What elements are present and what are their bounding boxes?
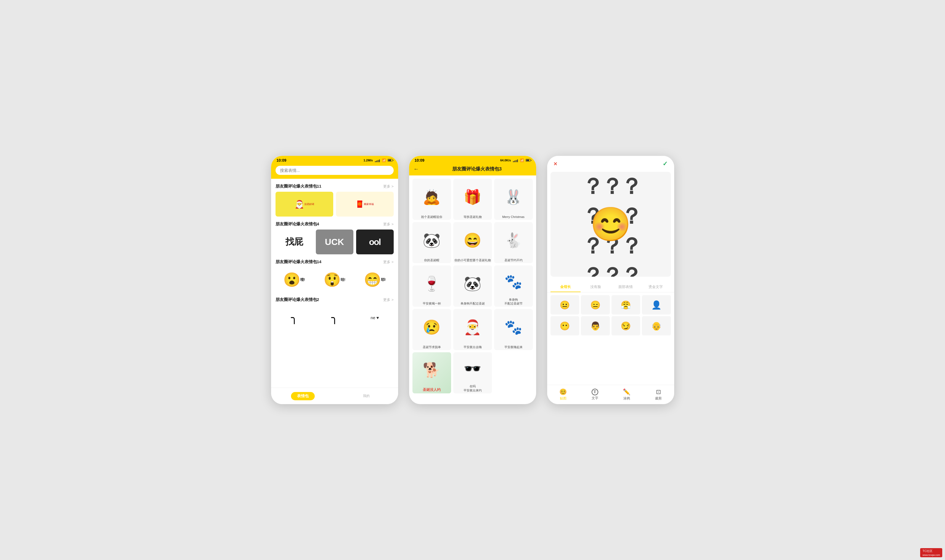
crop-tool-label: 裁剪 — [655, 396, 662, 401]
tool-text[interactable]: T 文字 — [592, 389, 598, 400]
sticker-cell-7[interactable]: 🍷 平安夜喝一杯 — [412, 265, 451, 306]
pack-more-4[interactable]: 更多 > — [383, 297, 393, 302]
sticker-cell-4[interactable]: 🐼 你的圣诞帽 — [412, 222, 451, 263]
sticker-cell-10[interactable]: 😢 圣诞节求脱单 — [412, 309, 451, 350]
pack-img-1-2[interactable]: 🧧 阖家幸福 — [336, 192, 394, 217]
sticker-label-3: Merry Christmas — [502, 215, 524, 219]
sticker-cell-14[interactable]: 🕶️ 在吗平安夜出来约 — [453, 352, 492, 393]
pack-title-4: 朋友圈评论爆火表情包2 — [276, 297, 319, 302]
sticker-label-7: 平安夜喝一杯 — [423, 302, 441, 305]
sticker-cell-6[interactable]: 🐇 圣诞节约不约 — [494, 222, 533, 263]
status-icons-2: 64.0K/s 📶 — [500, 158, 530, 162]
text-tool-icon: T — [592, 389, 598, 395]
top-bar-3: × ✓ — [547, 156, 674, 172]
thumb-3[interactable]: 😤 — [612, 295, 640, 314]
thumb-7[interactable]: 😏 — [612, 316, 640, 335]
wifi-icon-2: 📶 — [520, 158, 524, 162]
pack-header-1: 朋友圈评论爆火表情包11 更多 > — [276, 184, 394, 189]
sticker-cell-5[interactable]: 😄 你的小可爱想要个圣诞礼物 — [453, 222, 492, 263]
sticker-cell-13[interactable]: 🐕 圣诞没人约 — [412, 352, 451, 393]
status-bar-2: 10:09 64.0K/s 📶 — [409, 156, 536, 164]
sticker-img-13: 🐕 — [413, 354, 450, 386]
bottom-tools-3: 😊 贴图 T 文字 ✏️ 涂鸦 ⊡ 裁剪 — [547, 385, 674, 404]
thumb-4[interactable]: 👤 — [642, 295, 671, 314]
text-tool-label: 文字 — [592, 396, 598, 400]
pack-more-1[interactable]: 更多 > — [383, 184, 393, 189]
battery-icon-1 — [388, 159, 393, 162]
tab-jinguanzhang[interactable]: 金馆长 — [550, 282, 581, 292]
sticker-placeholder — [494, 352, 533, 393]
pack-img-2-2[interactable]: UCK — [316, 229, 353, 254]
sticker-cell-1[interactable]: 🙇 祝个圣诞帽送你 — [412, 179, 451, 220]
smiley-face-sticker[interactable]: 😊 — [590, 205, 631, 244]
sticker-img-12: 🐾 — [495, 311, 532, 344]
sticker-img-9: 🐾 — [495, 267, 532, 297]
crop-tool-icon: ⊡ — [656, 388, 661, 395]
sticker-thumb-grid-3: 😐 😑 😤 👤 😶 👨 😏 👴 — [547, 292, 674, 338]
sticker-cell-8[interactable]: 🐼 单身狗不配过圣诞 — [453, 265, 492, 306]
pack-section-4: 朋友圈评论爆火表情包2 更多 > ╮ ╮ ne ♥ — [276, 297, 394, 330]
pack-more-3[interactable]: 更多 > — [383, 260, 393, 265]
sticker-label-10: 圣诞节求脱单 — [423, 345, 441, 349]
tab-meiyoulian[interactable]: 没有脸 — [581, 282, 610, 292]
search-input[interactable] — [276, 166, 394, 175]
draw-tool-icon: ✏️ — [623, 388, 630, 395]
sticker-label-1: 祝个圣诞帽送你 — [421, 215, 442, 219]
pack-img-4-2[interactable]: ╮ — [316, 305, 353, 330]
pack-img-2-1[interactable]: 找屁 — [276, 229, 313, 254]
thumb-1[interactable]: 😐 — [550, 295, 580, 314]
phone-3: × ✓ ？？？？？？？？？？？？？？？ 😊 金馆长 没有脸 面部表情 烫金文字 … — [547, 156, 674, 404]
watermark: TC社区 www.tcsqw.com — [920, 548, 942, 557]
thumb-2[interactable]: 😑 — [581, 295, 610, 314]
sticker-pack-btn[interactable]: 表情包 — [291, 392, 315, 400]
thumb-5[interactable]: 😶 — [550, 316, 580, 335]
close-button-3[interactable]: × — [554, 160, 557, 168]
pack-img-4-3[interactable]: ne ♥ — [356, 305, 394, 330]
thumb-6[interactable]: 👨 — [581, 316, 610, 335]
signal-icon-2 — [513, 158, 518, 162]
sticker-img-7: 🍷 — [413, 267, 450, 300]
sticker-img-5: 😄 — [455, 224, 491, 257]
search-bar-wrap — [271, 164, 398, 179]
tab-tangjinwenzi[interactable]: 烫金文字 — [641, 282, 671, 292]
pack-more-2[interactable]: 更多 > — [383, 222, 393, 227]
pack-img-2-3[interactable]: ool — [356, 229, 394, 254]
sticker-cell-11[interactable]: 🎅 平安夜出去嗨 — [453, 309, 492, 350]
confirm-button-3[interactable]: ✓ — [663, 160, 668, 168]
pack-img-3-2[interactable]: 😲 哇! — [316, 267, 353, 292]
sticker-img-3: 🐰 — [495, 180, 532, 214]
sticker-label-11: 平安夜出去嗨 — [464, 345, 482, 349]
sticker-label-4: 你的圣诞帽 — [424, 258, 439, 262]
sticker-label-14: 在吗平安夜出来约 — [464, 384, 482, 392]
phone-1: 10:09 1.2M/s 📶 朋友圈评论爆火表情包11 更多 > 🎅 法语好词 — [271, 156, 398, 404]
pack-img-3-3[interactable]: 😁 耶! — [356, 267, 394, 292]
sticker-label-2: 等拆圣诞礼物 — [464, 215, 482, 219]
pack-img-4-1[interactable]: ╮ — [276, 305, 313, 330]
header-2: ← 朋友圈评论爆火表情包3 — [409, 164, 536, 175]
sticker-img-1: 🙇 — [413, 180, 450, 214]
tool-sticker[interactable]: 😊 贴图 — [559, 388, 567, 401]
sticker-label-12: 平安夜嗨起来 — [504, 345, 523, 349]
sticker-label-8: 单身狗不配过圣诞 — [461, 302, 485, 305]
wifi-icon-1: 📶 — [382, 158, 386, 162]
pack-section-2: 朋友圈评论爆火表情包4 更多 > 找屁 UCK ool — [276, 222, 394, 254]
tab-mianbiaiqing[interactable]: 面部表情 — [610, 282, 641, 292]
pack-images-2: 找屁 UCK ool — [276, 229, 394, 254]
pack-img-1-1[interactable]: 🎅 法语好词 — [276, 192, 333, 217]
sticker-cell-12[interactable]: 🐾 平安夜嗨起来 — [494, 309, 533, 350]
nav-mine[interactable]: 我的 — [335, 388, 398, 404]
time-1: 10:09 — [277, 158, 287, 163]
sticker-cell-2[interactable]: 🎁 等拆圣诞礼物 — [453, 179, 492, 220]
sticker-tool-label: 贴图 — [560, 396, 566, 401]
phone-2: 10:09 64.0K/s 📶 ← 朋友圈评论爆火表情包3 🙇 祝个圣诞帽送你 … — [409, 156, 536, 404]
nav-sticker-pack[interactable]: 表情包 — [271, 388, 335, 404]
sticker-cell-9[interactable]: 🐾 单身狗不配过圣诞节 — [494, 265, 533, 306]
sticker-img-6: 🐇 — [495, 224, 532, 257]
thumb-8[interactable]: 👴 — [642, 316, 671, 335]
tool-crop[interactable]: ⊡ 裁剪 — [655, 388, 662, 401]
tool-draw[interactable]: ✏️ 涂鸦 — [623, 388, 630, 401]
sticker-cell-3[interactable]: 🐰 Merry Christmas — [494, 179, 533, 220]
back-button-2[interactable]: ← — [413, 166, 419, 172]
page-title-2: 朋友圈评论爆火表情包3 — [422, 166, 532, 172]
pack-img-3-1[interactable]: 😮 噎! — [276, 267, 313, 292]
